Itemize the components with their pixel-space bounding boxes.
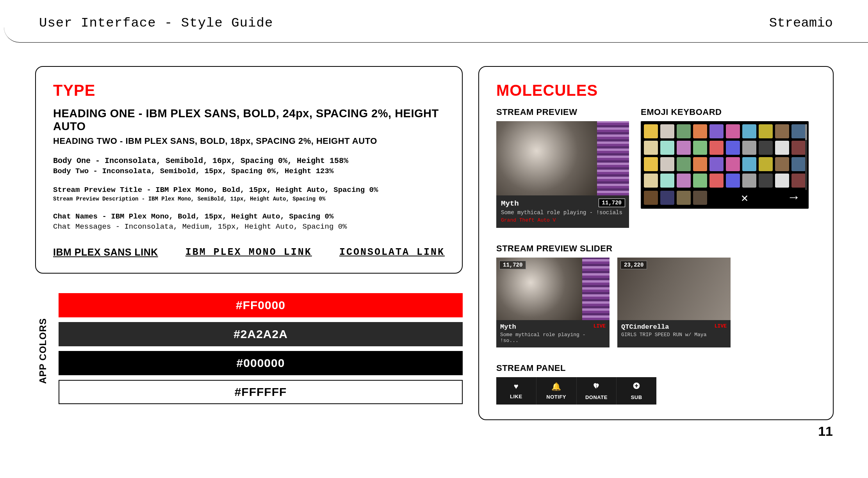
type-panel: TYPE HEADING ONE - IBM PLEX SANS, BOLD, … <box>35 66 463 274</box>
emoji-cell[interactable] <box>677 124 691 138</box>
emoji-cell[interactable] <box>693 124 707 138</box>
arrow-right-icon[interactable]: → <box>782 190 806 205</box>
color-swatch-darkgray: #2A2A2A <box>59 322 463 346</box>
emoji-cell[interactable] <box>693 157 707 171</box>
live-badge: LIVE <box>594 323 606 329</box>
stream-preview-card[interactable]: 11,720 Myth Some mythical role playing -… <box>496 121 629 228</box>
emoji-cell[interactable] <box>660 191 674 205</box>
emoji-cell[interactable] <box>791 124 806 138</box>
page-header: User Interface - Style Guide Streamio <box>4 0 868 43</box>
slider-title: Myth <box>500 323 606 331</box>
color-swatch-black: #000000 <box>59 351 463 375</box>
emoji-cell[interactable] <box>759 124 773 138</box>
emoji-cell[interactable] <box>726 141 740 155</box>
emoji-scrollbar[interactable] <box>805 124 807 190</box>
notify-label: NOTIFY <box>546 394 566 400</box>
stream-panel-label: STREAM PANEL <box>496 363 816 373</box>
emoji-cell[interactable] <box>709 124 724 138</box>
broken-heart-icon <box>592 382 600 392</box>
emoji-cell[interactable] <box>660 174 674 188</box>
slider-title: QTCinderella <box>621 323 727 331</box>
emoji-cell[interactable] <box>644 157 658 171</box>
page-number: 11 <box>818 424 833 439</box>
close-icon[interactable]: ✕ <box>737 191 752 205</box>
emoji-cell[interactable] <box>759 174 773 188</box>
stream-preview-thumbnail <box>496 121 629 195</box>
like-button[interactable]: ♥ LIKE <box>496 377 536 405</box>
emoji-cell[interactable] <box>709 174 724 188</box>
emoji-cell[interactable] <box>759 157 773 171</box>
emoji-cell[interactable] <box>775 141 789 155</box>
emoji-cell[interactable] <box>660 124 674 138</box>
slider-description: Some mythical role playing - !so... <box>500 332 606 344</box>
ibm-plex-sans-link[interactable]: IBM PLEX SANS LINK <box>53 247 158 258</box>
donate-label: DONATE <box>585 394 608 400</box>
molecules-panel: MOLECULES STREAM PREVIEW 11,720 Myth Som… <box>478 66 834 420</box>
emoji-cell[interactable] <box>677 141 691 155</box>
stream-preview-title-spec: Stream Preview Title - IBM Plex Mono, Bo… <box>53 186 445 194</box>
emoji-cell[interactable] <box>709 141 724 155</box>
emoji-cell[interactable] <box>742 157 756 171</box>
page-title: User Interface - Style Guide <box>39 16 273 30</box>
emoji-keyboard[interactable]: ✕ → <box>641 121 809 209</box>
slider-card[interactable]: 23,220 LIVE QTCinderella GIRLS TRIP SPEE… <box>617 258 731 347</box>
emoji-cell[interactable] <box>677 157 691 171</box>
stream-game: Grand Theft Auto V <box>501 217 624 223</box>
emoji-cell[interactable] <box>775 174 789 188</box>
chat-names-spec: Chat Names - IBM Plex Mono, Bold, 15px, … <box>53 212 445 221</box>
donate-button[interactable]: DONATE <box>577 377 617 405</box>
stream-preview-desc-spec: Stream Preview Description - IBM Plex Mo… <box>53 196 445 202</box>
emoji-cell[interactable] <box>693 174 707 188</box>
emoji-cell[interactable] <box>791 174 806 188</box>
heart-icon: ♥ <box>514 382 519 391</box>
color-swatch-red: #FF0000 <box>59 293 463 317</box>
notify-button[interactable]: 🔔 NOTIFY <box>536 377 577 405</box>
emoji-cell[interactable] <box>759 141 773 155</box>
sub-button[interactable]: SUB <box>617 377 656 405</box>
emoji-cell[interactable] <box>693 191 707 205</box>
emoji-cell[interactable] <box>644 124 658 138</box>
emoji-cell[interactable] <box>644 174 658 188</box>
chat-messages-spec: Chat Messages - Inconsolata, Medium, 15p… <box>53 222 445 231</box>
emoji-cell[interactable] <box>677 191 691 205</box>
emoji-cell[interactable] <box>644 191 658 205</box>
bell-icon: 🔔 <box>551 382 561 392</box>
slider-card[interactable]: 11,720 LIVE Myth Some mythical role play… <box>496 258 610 347</box>
emoji-cell[interactable] <box>677 174 691 188</box>
emoji-cell[interactable] <box>791 157 806 171</box>
like-label: LIKE <box>510 394 522 399</box>
emoji-cell[interactable] <box>775 124 789 138</box>
body-one-spec: Body One - Inconsolata, Semibold, 16px, … <box>53 156 445 165</box>
sub-label: SUB <box>631 394 642 400</box>
emoji-cell[interactable] <box>726 174 740 188</box>
molecules-section-title: MOLECULES <box>496 82 816 99</box>
slider-thumbnail: 11,720 <box>496 258 610 320</box>
app-colors-block: APP COLORS #FF0000 #2A2A2A #000000 #FFFF… <box>35 293 463 409</box>
stream-preview-label: STREAM PREVIEW <box>496 107 629 117</box>
heading-two-spec: HEADING TWO - IBM PLEX SANS, BOLD, 18px,… <box>53 136 445 146</box>
emoji-cell[interactable] <box>660 141 674 155</box>
stream-description: Some mythical role playing - !socials <box>501 209 624 216</box>
viewer-count-badge: 11,720 <box>599 199 625 207</box>
stream-action-bar: ♥ LIKE 🔔 NOTIFY DONATE <box>496 377 656 405</box>
heading-one-spec: HEADING ONE - IBM PLEX SANS, BOLD, 24px,… <box>53 107 445 133</box>
emoji-cell[interactable] <box>726 157 740 171</box>
body-two-spec: Body Two - Inconsolata, Semibold, 15px, … <box>53 167 445 175</box>
plus-circle-icon <box>633 382 640 392</box>
emoji-cell[interactable] <box>726 124 740 138</box>
emoji-cell[interactable] <box>644 141 658 155</box>
emoji-cell[interactable] <box>775 157 789 171</box>
inconsolata-link[interactable]: ICONSOLATA LINK <box>339 247 445 258</box>
emoji-cell[interactable] <box>709 157 724 171</box>
ibm-plex-mono-link[interactable]: IBM PLEX MONO LINK <box>185 247 312 258</box>
emoji-cell[interactable] <box>742 141 756 155</box>
emoji-cell[interactable] <box>693 141 707 155</box>
emoji-cell[interactable] <box>660 157 674 171</box>
brand-name: Streamio <box>769 16 833 30</box>
emoji-cell[interactable] <box>742 124 756 138</box>
live-badge: LIVE <box>715 323 727 329</box>
emoji-cell[interactable] <box>742 174 756 188</box>
stream-preview-slider-label: STREAM PREVIEW SLIDER <box>496 243 816 254</box>
emoji-cell[interactable] <box>791 141 806 155</box>
viewer-count-badge: 11,720 <box>499 261 526 269</box>
